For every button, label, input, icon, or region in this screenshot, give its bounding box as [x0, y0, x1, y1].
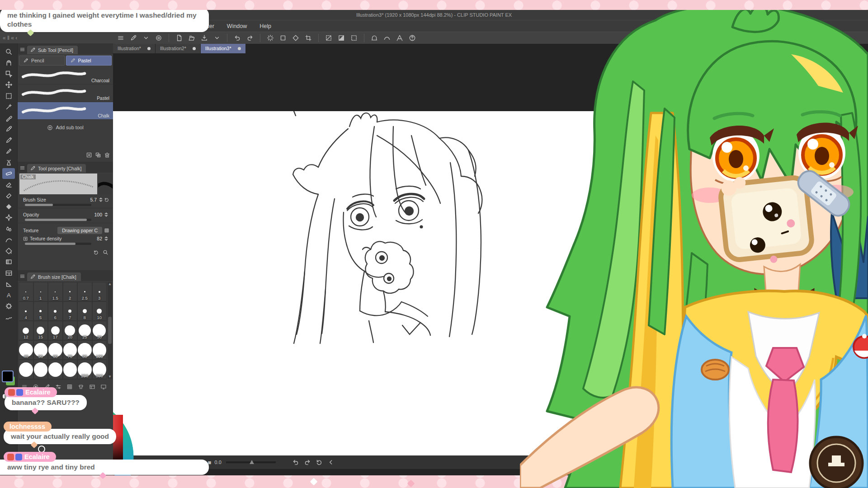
panel-menu-icon[interactable] [19, 165, 25, 171]
brush-size-cell[interactable] [63, 360, 78, 379]
brush-size-cell[interactable]: 40 [19, 340, 33, 360]
document-tab[interactable]: Illustration* [113, 43, 155, 53]
tool-button[interactable] [2, 90, 15, 101]
add-sub-tool-button[interactable]: Add sub tool [18, 120, 113, 135]
tool-button[interactable] [2, 179, 15, 190]
tool-button[interactable] [2, 135, 15, 145]
texture-density-slider[interactable] [25, 243, 91, 245]
brush-size-cell[interactable] [92, 379, 107, 380]
brush-size-cell[interactable]: 1.5 [48, 282, 63, 301]
texture-dropdown[interactable]: Drawing paper C [57, 227, 102, 234]
tool-button[interactable] [2, 279, 15, 290]
tool-button[interactable]: A [2, 290, 15, 300]
brush-size-cell[interactable]: 300 [92, 360, 107, 379]
expand-icon[interactable] [23, 236, 28, 241]
command-button[interactable] [395, 33, 405, 43]
panel-footer-button[interactable] [95, 152, 101, 158]
opacity-slider[interactable] [25, 219, 91, 221]
brush-size-cell[interactable]: 100 [92, 340, 107, 360]
panel-footer-button[interactable] [86, 152, 92, 158]
brush-size-cell[interactable]: 6 [48, 301, 63, 321]
brush-size-cell[interactable]: 60 [48, 340, 63, 360]
brush-size-cell[interactable]: 1 [33, 282, 48, 301]
brush-size-cell[interactable]: 5 [33, 301, 48, 321]
tab-modified-dot[interactable] [147, 47, 151, 50]
command-button[interactable] [232, 33, 242, 43]
stepper[interactable] [104, 236, 108, 241]
rotation-slider[interactable] [226, 461, 276, 463]
command-button[interactable] [382, 33, 392, 43]
brush-size-cell[interactable]: 50 [33, 340, 48, 360]
brush-size-cell[interactable]: 4 [19, 301, 33, 321]
reset-icon[interactable] [93, 249, 99, 255]
canvas-nav-icon[interactable] [316, 459, 323, 466]
brush-size-cell[interactable] [48, 360, 63, 379]
tool-button[interactable] [2, 57, 15, 68]
brush-size-cell[interactable] [33, 360, 48, 379]
brush-size-cell[interactable]: 30 [92, 321, 107, 340]
command-button[interactable] [291, 33, 301, 43]
brush-size-cell[interactable]: 2 [63, 282, 78, 301]
tool-button[interactable] [2, 146, 15, 157]
tool-button[interactable] [2, 157, 15, 168]
scrollbar[interactable]: ▲▼ [108, 282, 112, 379]
panel-footer-button[interactable] [104, 152, 110, 158]
tool-button[interactable] [2, 113, 15, 123]
brush-list-item[interactable]: Pastel [18, 84, 113, 102]
brush-size-cell[interactable] [77, 379, 92, 380]
tool-button[interactable] [2, 201, 15, 212]
brush-size-cell[interactable]: 20 [63, 321, 78, 340]
command-button[interactable] [336, 33, 346, 43]
sub-tool-tab[interactable]: Pencil [19, 56, 65, 66]
tool-button[interactable] [2, 301, 15, 312]
brush-size-cell[interactable]: 250 [77, 360, 92, 379]
command-button[interactable] [407, 33, 417, 43]
command-button[interactable] [369, 33, 379, 43]
tool-button[interactable] [2, 190, 15, 201]
tool-button[interactable] [2, 212, 15, 223]
panel-menu-icon[interactable] [19, 47, 25, 52]
document-tab[interactable]: Illustration2* [156, 43, 200, 53]
brush-size-cell[interactable] [19, 379, 33, 380]
wheel-header-icon[interactable] [89, 384, 95, 390]
tool-button[interactable] [2, 168, 15, 179]
command-button[interactable] [265, 33, 275, 43]
command-button[interactable] [245, 33, 255, 43]
command-button[interactable] [324, 33, 334, 43]
brush-size-cell[interactable]: 25 [77, 321, 92, 340]
command-button[interactable] [278, 33, 288, 43]
brush-size-cell[interactable]: 7 [63, 301, 78, 321]
magnifier-icon[interactable] [103, 249, 108, 255]
brush-size-cell[interactable]: 0.7 [19, 282, 33, 301]
brush-size-slider[interactable] [25, 204, 91, 206]
opacity-value[interactable]: 100 [94, 212, 102, 217]
texture-density-value[interactable]: 82 [97, 236, 102, 241]
brush-list-item[interactable]: Charcoal [18, 67, 113, 84]
tool-button[interactable] [2, 124, 15, 135]
tab-modified-dot[interactable] [238, 47, 241, 50]
brush-size-cell[interactable]: 8 [77, 301, 92, 321]
tool-button[interactable] [2, 257, 15, 267]
tool-button[interactable] [2, 46, 15, 57]
menu-item[interactable]: Help [253, 20, 278, 32]
brush-size-cell[interactable] [48, 379, 63, 380]
brush-size-cell[interactable]: 10 [92, 301, 107, 321]
brush-list-item[interactable]: Chalk [18, 102, 113, 120]
command-button[interactable] [303, 33, 313, 43]
brush-size-cell[interactable]: 2.5 [77, 282, 92, 301]
command-button[interactable] [349, 33, 359, 43]
stepper[interactable] [99, 197, 103, 202]
brush-size-cell[interactable]: 80 [77, 340, 92, 360]
sub-tool-tab[interactable]: Pastel [66, 56, 112, 66]
tool-button[interactable] [2, 68, 15, 79]
brush-size-value[interactable]: 5.7 [90, 197, 97, 202]
brush-size-cell[interactable]: 70 [63, 340, 78, 360]
canvas-nav-icon[interactable] [327, 459, 335, 466]
brush-size-cell[interactable] [19, 360, 33, 379]
brush-size-cell[interactable] [63, 379, 78, 380]
foreground-color-swatch[interactable] [2, 371, 14, 382]
tool-button[interactable] [2, 80, 15, 90]
wheel-header-icon[interactable] [100, 384, 107, 390]
brush-size-cell[interactable]: 15 [33, 321, 48, 340]
brush-size-cell[interactable]: 3 [92, 282, 107, 301]
